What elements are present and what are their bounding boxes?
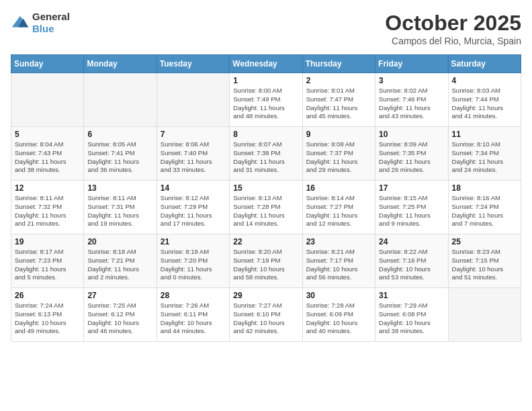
- day-info: Sunrise: 8:21 AM Sunset: 7:17 PM Dayligh…: [306, 248, 371, 282]
- day-number: 24: [379, 237, 444, 246]
- day-info: Sunrise: 8:02 AM Sunset: 7:46 PM Dayligh…: [379, 87, 444, 121]
- day-info: Sunrise: 8:11 AM Sunset: 7:31 PM Dayligh…: [87, 194, 152, 228]
- day-info: Sunrise: 8:16 AM Sunset: 7:24 PM Dayligh…: [452, 194, 517, 228]
- weekday-header-wednesday: Wednesday: [230, 55, 302, 73]
- day-info: Sunrise: 8:07 AM Sunset: 7:38 PM Dayligh…: [233, 140, 298, 175]
- day-cell: 12Sunrise: 8:11 AM Sunset: 7:32 PM Dayli…: [11, 181, 84, 234]
- day-number: 12: [15, 183, 80, 193]
- day-cell: 15Sunrise: 8:13 AM Sunset: 7:28 PM Dayli…: [230, 181, 302, 234]
- logo-text: General Blue: [32, 11, 70, 35]
- day-info: Sunrise: 8:17 AM Sunset: 7:23 PM Dayligh…: [15, 248, 80, 282]
- day-number: 27: [87, 291, 152, 300]
- weekday-header-row: SundayMondayTuesdayWednesdayThursdayFrid…: [11, 55, 521, 73]
- day-info: Sunrise: 8:06 AM Sunset: 7:40 PM Dayligh…: [161, 140, 226, 175]
- day-info: Sunrise: 8:11 AM Sunset: 7:32 PM Dayligh…: [15, 194, 80, 228]
- week-row-5: 26Sunrise: 7:24 AM Sunset: 6:13 PM Dayli…: [11, 288, 521, 342]
- day-number: 26: [15, 291, 80, 300]
- day-number: 19: [15, 237, 80, 246]
- day-cell: 6Sunrise: 8:05 AM Sunset: 7:41 PM Daylig…: [84, 127, 157, 181]
- day-cell: 26Sunrise: 7:24 AM Sunset: 6:13 PM Dayli…: [11, 288, 84, 342]
- day-cell: 31Sunrise: 7:29 AM Sunset: 6:08 PM Dayli…: [375, 288, 448, 342]
- day-info: Sunrise: 8:13 AM Sunset: 7:28 PM Dayligh…: [233, 194, 298, 228]
- day-info: Sunrise: 8:09 AM Sunset: 7:35 PM Dayligh…: [379, 140, 444, 175]
- day-number: 20: [87, 237, 152, 246]
- day-info: Sunrise: 8:19 AM Sunset: 7:20 PM Dayligh…: [161, 248, 226, 282]
- day-info: Sunrise: 7:26 AM Sunset: 6:11 PM Dayligh…: [161, 302, 226, 336]
- day-cell: 25Sunrise: 8:23 AM Sunset: 7:15 PM Dayli…: [448, 234, 521, 288]
- weekday-header-tuesday: Tuesday: [157, 55, 229, 73]
- day-info: Sunrise: 8:23 AM Sunset: 7:15 PM Dayligh…: [452, 248, 517, 282]
- day-cell: 4Sunrise: 8:03 AM Sunset: 7:44 PM Daylig…: [448, 73, 521, 127]
- day-info: Sunrise: 8:00 AM Sunset: 7:49 PM Dayligh…: [233, 87, 298, 121]
- week-row-1: 1Sunrise: 8:00 AM Sunset: 7:49 PM Daylig…: [11, 73, 521, 127]
- day-cell: 5Sunrise: 8:04 AM Sunset: 7:43 PM Daylig…: [11, 127, 84, 181]
- day-cell: 28Sunrise: 7:26 AM Sunset: 6:11 PM Dayli…: [157, 288, 229, 342]
- day-info: Sunrise: 8:18 AM Sunset: 7:21 PM Dayligh…: [87, 248, 152, 282]
- day-cell: 27Sunrise: 7:25 AM Sunset: 6:12 PM Dayli…: [84, 288, 157, 342]
- day-info: Sunrise: 8:04 AM Sunset: 7:43 PM Dayligh…: [15, 140, 80, 175]
- day-info: Sunrise: 8:05 AM Sunset: 7:41 PM Dayligh…: [87, 140, 152, 175]
- day-info: Sunrise: 8:03 AM Sunset: 7:44 PM Dayligh…: [452, 87, 517, 121]
- day-number: 14: [161, 183, 226, 193]
- month-title: October 2025: [385, 11, 521, 36]
- day-cell: 19Sunrise: 8:17 AM Sunset: 7:23 PM Dayli…: [11, 234, 84, 288]
- day-number: 1: [233, 76, 298, 85]
- day-number: 15: [233, 183, 298, 193]
- day-info: Sunrise: 8:01 AM Sunset: 7:47 PM Dayligh…: [306, 87, 371, 121]
- day-info: Sunrise: 7:25 AM Sunset: 6:12 PM Dayligh…: [87, 302, 152, 336]
- day-cell: 16Sunrise: 8:14 AM Sunset: 7:27 PM Dayli…: [302, 181, 375, 234]
- day-cell: 1Sunrise: 8:00 AM Sunset: 7:49 PM Daylig…: [230, 73, 302, 127]
- logo-icon: [11, 13, 30, 32]
- day-cell: 30Sunrise: 7:28 AM Sunset: 6:09 PM Dayli…: [302, 288, 375, 342]
- weekday-header-saturday: Saturday: [448, 55, 521, 73]
- day-info: Sunrise: 8:22 AM Sunset: 7:16 PM Dayligh…: [379, 248, 444, 282]
- day-number: 4: [452, 76, 517, 85]
- page-header: General Blue October 2025 Campos del Rio…: [11, 11, 521, 46]
- day-info: Sunrise: 8:15 AM Sunset: 7:25 PM Dayligh…: [379, 194, 444, 228]
- day-number: 11: [452, 130, 517, 139]
- weekday-header-friday: Friday: [375, 55, 448, 73]
- day-info: Sunrise: 7:24 AM Sunset: 6:13 PM Dayligh…: [15, 302, 80, 336]
- day-cell: 8Sunrise: 8:07 AM Sunset: 7:38 PM Daylig…: [230, 127, 302, 181]
- day-number: 6: [87, 130, 152, 139]
- day-cell: 17Sunrise: 8:15 AM Sunset: 7:25 PM Dayli…: [375, 181, 448, 234]
- day-number: 28: [161, 291, 226, 300]
- day-cell: [11, 73, 84, 127]
- day-number: 31: [379, 291, 444, 300]
- day-info: Sunrise: 8:12 AM Sunset: 7:29 PM Dayligh…: [161, 194, 226, 228]
- day-cell: 14Sunrise: 8:12 AM Sunset: 7:29 PM Dayli…: [157, 181, 229, 234]
- day-cell: [448, 288, 521, 342]
- week-row-2: 5Sunrise: 8:04 AM Sunset: 7:43 PM Daylig…: [11, 127, 521, 181]
- day-number: 5: [15, 130, 80, 139]
- week-row-4: 19Sunrise: 8:17 AM Sunset: 7:23 PM Dayli…: [11, 234, 521, 288]
- day-cell: 18Sunrise: 8:16 AM Sunset: 7:24 PM Dayli…: [448, 181, 521, 234]
- day-info: Sunrise: 7:27 AM Sunset: 6:10 PM Dayligh…: [233, 302, 298, 336]
- day-info: Sunrise: 7:28 AM Sunset: 6:09 PM Dayligh…: [306, 302, 371, 336]
- title-block: October 2025 Campos del Rio, Murcia, Spa…: [385, 11, 521, 46]
- weekday-header-thursday: Thursday: [302, 55, 375, 73]
- day-number: 16: [306, 183, 371, 193]
- logo: General Blue: [11, 11, 70, 35]
- day-number: 2: [306, 76, 371, 85]
- day-cell: 24Sunrise: 8:22 AM Sunset: 7:16 PM Dayli…: [375, 234, 448, 288]
- day-cell: 3Sunrise: 8:02 AM Sunset: 7:46 PM Daylig…: [375, 73, 448, 127]
- day-cell: 22Sunrise: 8:20 AM Sunset: 7:19 PM Dayli…: [230, 234, 302, 288]
- day-number: 9: [306, 130, 371, 139]
- weekday-header-monday: Monday: [84, 55, 157, 73]
- day-cell: 10Sunrise: 8:09 AM Sunset: 7:35 PM Dayli…: [375, 127, 448, 181]
- day-number: 13: [87, 183, 152, 193]
- day-cell: [84, 73, 157, 127]
- day-number: 3: [379, 76, 444, 85]
- day-number: 7: [161, 130, 226, 139]
- day-cell: 21Sunrise: 8:19 AM Sunset: 7:20 PM Dayli…: [157, 234, 229, 288]
- day-cell: 13Sunrise: 8:11 AM Sunset: 7:31 PM Dayli…: [84, 181, 157, 234]
- day-cell: 29Sunrise: 7:27 AM Sunset: 6:10 PM Dayli…: [230, 288, 302, 342]
- day-number: 21: [161, 237, 226, 246]
- day-cell: 9Sunrise: 8:08 AM Sunset: 7:37 PM Daylig…: [302, 127, 375, 181]
- day-info: Sunrise: 8:20 AM Sunset: 7:19 PM Dayligh…: [233, 248, 298, 282]
- day-number: 25: [452, 237, 517, 246]
- day-cell: 2Sunrise: 8:01 AM Sunset: 7:47 PM Daylig…: [302, 73, 375, 127]
- day-number: 17: [379, 183, 444, 193]
- weekday-header-sunday: Sunday: [11, 55, 84, 73]
- week-row-3: 12Sunrise: 8:11 AM Sunset: 7:32 PM Dayli…: [11, 181, 521, 234]
